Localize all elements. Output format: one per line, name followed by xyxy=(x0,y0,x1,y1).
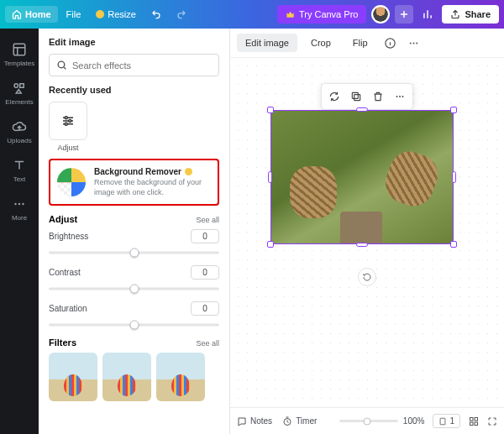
ctx-more[interactable] xyxy=(405,34,423,52)
resize-handle[interactable] xyxy=(268,171,272,183)
rail-templates[interactable]: Templates xyxy=(0,35,39,74)
rail-elements[interactable]: Elements xyxy=(0,74,39,112)
resize-handle[interactable] xyxy=(267,107,274,113)
float-more[interactable] xyxy=(390,86,410,107)
svg-point-12 xyxy=(413,42,415,44)
svg-rect-15 xyxy=(352,92,358,98)
sliders-icon xyxy=(60,113,76,128)
adjust-tile[interactable] xyxy=(49,102,87,140)
brightness-value[interactable]: 0 xyxy=(191,229,219,243)
notes-icon xyxy=(237,416,247,426)
canvas-area: Edit image Crop Flip xyxy=(230,29,504,434)
top-bar: Home File Resize Try Canva Pro Share xyxy=(0,0,504,29)
sync-button[interactable] xyxy=(324,86,344,107)
search-effects[interactable] xyxy=(49,54,219,76)
adjust-tile-label: Adjust xyxy=(57,144,78,152)
notes-button[interactable]: Notes xyxy=(237,416,272,426)
selected-image[interactable] xyxy=(270,110,454,244)
zoom-slider[interactable]: 100% xyxy=(339,416,425,426)
page-count[interactable]: 1 xyxy=(433,414,460,428)
saturation-slider[interactable]: Saturation 0 xyxy=(49,301,219,331)
rail-uploads[interactable]: Uploads xyxy=(0,112,39,151)
trash-icon xyxy=(372,91,384,102)
ctx-edit-image[interactable]: Edit image xyxy=(237,34,297,52)
file-menu[interactable]: File xyxy=(60,6,88,23)
saturation-label: Saturation xyxy=(49,304,87,313)
svg-point-4 xyxy=(18,203,20,205)
expand-icon xyxy=(487,416,497,426)
svg-rect-22 xyxy=(475,417,478,421)
undo-button[interactable] xyxy=(144,6,168,23)
svg-point-11 xyxy=(410,42,412,44)
try-pro-button[interactable]: Try Canva Pro xyxy=(277,5,367,24)
premium-icon xyxy=(96,10,104,18)
side-rail: Templates Elements Uploads Text More xyxy=(0,29,39,434)
resize-handle[interactable] xyxy=(267,241,274,248)
svg-rect-0 xyxy=(13,44,25,55)
duplicate-button[interactable] xyxy=(346,86,366,107)
svg-point-13 xyxy=(416,42,417,44)
svg-point-3 xyxy=(14,203,16,205)
filters-heading: Filters xyxy=(49,337,76,348)
panel-title: Edit image xyxy=(39,29,229,54)
redo-button[interactable] xyxy=(170,6,193,23)
premium-icon xyxy=(185,168,192,175)
fullscreen-button[interactable] xyxy=(487,416,497,426)
rail-more[interactable]: More xyxy=(0,190,39,228)
chart-icon xyxy=(422,8,433,20)
resize-button[interactable]: Resize xyxy=(89,6,143,23)
search-input[interactable] xyxy=(72,60,212,71)
upload-icon xyxy=(450,9,460,19)
brightness-slider[interactable]: Brightness 0 xyxy=(49,229,219,259)
avatar[interactable] xyxy=(371,5,390,24)
bg-remover-icon xyxy=(57,168,86,196)
svg-point-17 xyxy=(399,96,401,97)
context-toolbar: Edit image Crop Flip xyxy=(230,29,504,58)
search-icon xyxy=(56,60,67,71)
filter-thumbnail[interactable] xyxy=(49,353,97,401)
add-member-button[interactable] xyxy=(395,5,413,24)
resize-handle[interactable] xyxy=(356,243,368,247)
undo-icon xyxy=(151,9,161,19)
svg-point-6 xyxy=(58,61,65,68)
ctx-info[interactable] xyxy=(381,34,400,52)
ctx-crop[interactable]: Crop xyxy=(302,34,339,52)
ctx-flip[interactable]: Flip xyxy=(344,34,376,52)
contrast-value[interactable]: 0 xyxy=(191,265,219,280)
bg-remover-title: Background Remover xyxy=(94,167,181,176)
resize-handle[interactable] xyxy=(450,107,457,113)
resize-handle[interactable] xyxy=(356,107,368,112)
filters-see-all[interactable]: See all xyxy=(196,339,219,348)
svg-rect-20 xyxy=(441,418,446,425)
redo-icon xyxy=(176,9,186,19)
share-button[interactable]: Share xyxy=(442,5,499,24)
insights-button[interactable] xyxy=(418,5,437,24)
svg-point-9 xyxy=(65,123,67,125)
grid-view-button[interactable] xyxy=(469,416,479,426)
grid-icon xyxy=(469,416,479,426)
rotate-handle[interactable] xyxy=(358,268,376,286)
svg-rect-21 xyxy=(470,417,474,421)
svg-point-7 xyxy=(65,117,67,119)
recently-used-label: Recently used xyxy=(49,85,219,95)
image-content xyxy=(271,111,453,243)
adjust-see-all[interactable]: See all xyxy=(196,216,219,224)
resize-handle[interactable] xyxy=(452,171,456,183)
rail-text[interactable]: Text xyxy=(0,151,39,190)
resize-handle[interactable] xyxy=(450,241,457,248)
crown-icon xyxy=(286,10,295,19)
timer-button[interactable]: Timer xyxy=(282,416,317,426)
background-remover-card[interactable]: Background Remover Remove the background… xyxy=(49,159,219,206)
brightness-label: Brightness xyxy=(49,232,88,241)
info-icon xyxy=(384,37,396,50)
timer-icon xyxy=(282,416,292,426)
filter-thumbnail[interactable] xyxy=(156,353,205,401)
delete-button[interactable] xyxy=(368,86,388,107)
svg-rect-24 xyxy=(475,422,478,426)
design-stage[interactable] xyxy=(230,58,504,407)
home-icon xyxy=(12,9,22,19)
home-button[interactable]: Home xyxy=(5,6,58,23)
filter-thumbnail[interactable] xyxy=(102,353,151,401)
saturation-value[interactable]: 0 xyxy=(191,301,219,316)
contrast-slider[interactable]: Contrast 0 xyxy=(49,265,219,295)
